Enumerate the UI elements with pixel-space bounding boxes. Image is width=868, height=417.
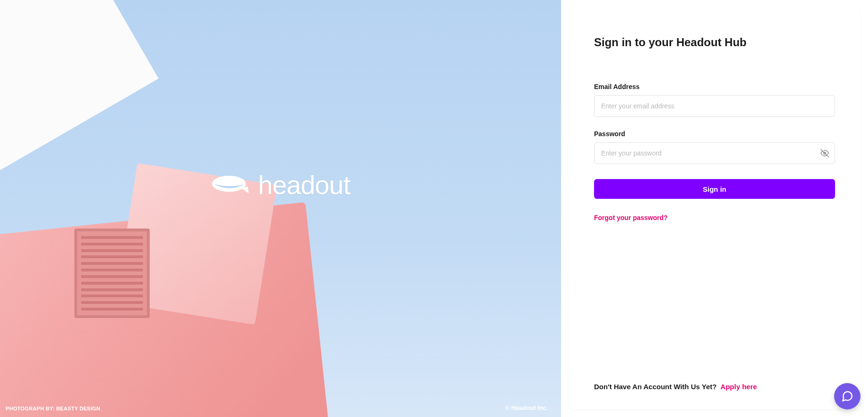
decor-building [0,202,333,417]
apply-here-link[interactable]: Apply here [721,383,757,391]
hero-section: headout PHOTOGRAPH BY: BEASTY DESIGN © H… [0,0,561,417]
decor-triangle [0,0,159,178]
email-label: Email Address [594,83,835,90]
signin-panel: Sign in to your Headout Hub Email Addres… [569,8,860,409]
forgot-password-link[interactable]: Forgot your password? [594,214,835,221]
signin-button[interactable]: Sign in [594,179,835,199]
eye-off-icon[interactable] [820,148,829,158]
blimp-icon [211,174,249,196]
copyright: © Headout Inc. [505,404,548,411]
password-field-group: Password [594,130,835,164]
chat-button[interactable] [834,383,860,409]
password-label: Password [594,130,835,138]
email-field-group: Email Address [594,83,835,117]
photo-credit: PHOTOGRAPH BY: BEASTY DESIGN [6,406,100,411]
page-title: Sign in to your Headout Hub [594,36,835,49]
svg-point-0 [212,176,246,192]
chat-icon [841,390,853,402]
email-input[interactable] [594,95,835,117]
signup-prompt: Don't Have An Account With Us Yet? [594,383,716,391]
brand-logo: headout [211,170,350,200]
password-input[interactable] [594,142,835,164]
brand-name: headout [258,170,350,200]
signup-cta: Don't Have An Account With Us Yet? Apply… [594,383,835,391]
decor-vent [74,229,150,318]
